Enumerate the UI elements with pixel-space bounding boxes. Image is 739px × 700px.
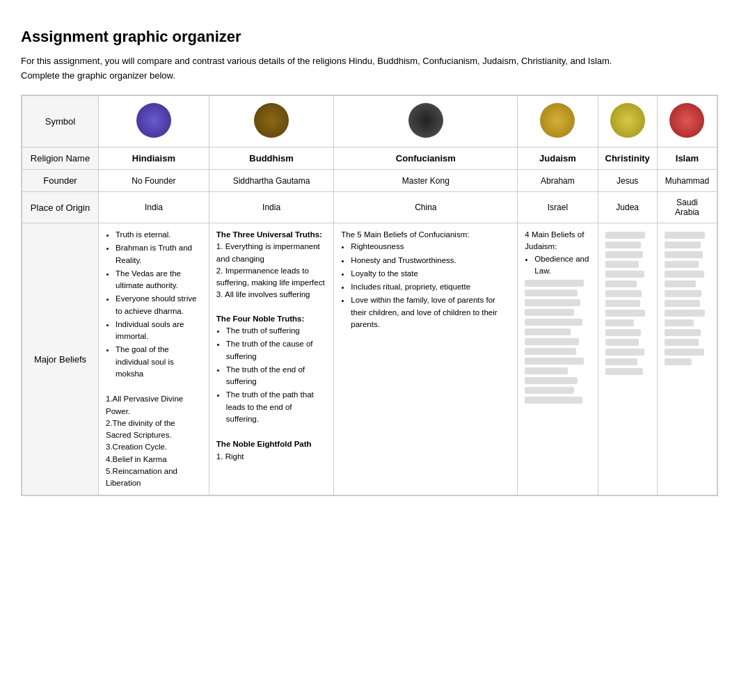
beliefs-row: Major Beliefs Truth is eternal. Brahman …: [22, 223, 717, 495]
symbol-row-header: Symbol: [22, 96, 99, 148]
origin-row-header: Place of Origin: [22, 192, 99, 223]
christianity-blurred: [605, 232, 650, 375]
islam-symbol: [669, 103, 704, 138]
judaism-name: Judaism: [518, 148, 598, 170]
christianity-name: Christinity: [598, 148, 657, 170]
christianity-founder: Jesus: [598, 170, 657, 192]
hinduism-founder: No Founder: [99, 170, 209, 192]
buddhism-four-1: The truth of suffering: [226, 325, 326, 337]
hinduism-extra-4: 4.Belief in Karma: [106, 454, 202, 466]
religion-name-row: Religion Name Hindiaism Buddhism Confuci…: [22, 148, 717, 170]
hinduism-belief-3: The Vedas are the ultimate authority.: [116, 268, 202, 292]
confucianism-name: Confucianism: [334, 148, 518, 170]
buddhism-symbol-cell: [209, 96, 333, 148]
hinduism-belief-6: The goal of the individual soul is moksh…: [116, 344, 202, 380]
buddhism-four-3: The truth of the end of suffering: [226, 364, 326, 388]
description-1: For this assignment, you will compare an…: [21, 56, 718, 66]
buddhism-three-header: The Three Universal Truths:: [216, 229, 326, 241]
islam-symbol-cell: [657, 96, 717, 148]
judaism-symbol: [540, 103, 575, 138]
buddhism-symbol: [254, 103, 289, 138]
confucianism-belief-1: Righteousness: [351, 241, 510, 253]
buddhism-four-4: The truth of the path that leads to the …: [226, 389, 326, 425]
hinduism-beliefs-extra: 1.All Pervasive Divine Power. 2.The divi…: [106, 393, 202, 489]
confucianism-header: The 5 Main Beliefs of Confucianism:: [341, 229, 510, 241]
hinduism-belief-1: Truth is eternal.: [116, 229, 202, 241]
description-2: Complete the graphic organizer below.: [21, 70, 718, 81]
beliefs-row-header: Major Beliefs: [22, 223, 99, 495]
confucianism-symbol-cell: [334, 96, 518, 148]
hinduism-belief-5: Individual souls are immortal.: [116, 319, 202, 343]
judaism-origin: Israel: [518, 192, 598, 223]
buddhism-three-2: 2. Impermanence leads to suffering, maki…: [216, 265, 326, 289]
islam-blurred: [665, 232, 710, 365]
islam-origin: Saudi Arabia: [657, 192, 717, 223]
judaism-belief-1: Obedience and Law.: [534, 253, 590, 278]
hinduism-beliefs: Truth is eternal. Brahman is Truth and R…: [99, 223, 209, 495]
hinduism-symbol: [136, 103, 171, 138]
confucianism-origin: China: [334, 192, 518, 223]
religion-name-row-header: Religion Name: [22, 148, 99, 170]
buddhism-eightfold-header: The Noble Eightfold Path: [216, 438, 326, 450]
graphic-organizer: Symbol Religion Name Hindiaism: [21, 95, 718, 496]
hinduism-extra-5: 5.Reincarnation and Liberation: [106, 466, 202, 490]
islam-name: Islam: [657, 148, 717, 170]
buddhism-four-header: The Four Noble Truths:: [216, 313, 326, 325]
buddhism-three-3: 3. All life involves suffering: [216, 289, 326, 301]
islam-founder: Muhammad: [657, 170, 717, 192]
judaism-blurred: [525, 280, 590, 404]
christianity-beliefs: [598, 223, 657, 495]
confucianism-belief-4: Includes ritual, propriety, etiquette: [351, 281, 510, 293]
confucianism-symbol: [408, 103, 443, 138]
hinduism-extra-3: 3.Creation Cycle.: [106, 441, 202, 453]
judaism-symbol-cell: [518, 96, 598, 148]
judaism-header: 4 Main Beliefs of Judaism:: [525, 229, 590, 253]
buddhism-origin: India: [209, 192, 333, 223]
christianity-symbol: [610, 103, 645, 138]
hinduism-extra-1: 1.All Pervasive Divine Power.: [106, 393, 202, 417]
christianity-symbol-cell: [598, 96, 657, 148]
buddhism-three-1: 1. Everything is impermanent and changin…: [216, 241, 326, 265]
buddhism-beliefs: The Three Universal Truths: 1. Everythin…: [209, 223, 333, 495]
hinduism-origin: India: [99, 192, 209, 223]
symbol-row: Symbol: [22, 96, 717, 148]
founder-row: Founder No Founder Siddhartha Gautama Ma…: [22, 170, 717, 192]
islam-beliefs: [657, 223, 717, 495]
confucianism-beliefs: The 5 Main Beliefs of Confucianism: Righ…: [334, 223, 518, 495]
confucianism-belief-2: Honesty and Trustworthiness.: [351, 255, 510, 267]
buddhism-four-2: The truth of the cause of suffering: [226, 338, 326, 363]
founder-row-header: Founder: [22, 170, 99, 192]
hinduism-name: Hindiaism: [99, 148, 209, 170]
confucianism-belief-3: Loyalty to the state: [351, 268, 510, 280]
buddhism-eightfold-1: 1. Right: [216, 451, 326, 463]
origin-row: Place of Origin India India China Israel…: [22, 192, 717, 223]
confucianism-belief-5: Love within the family, love of parents …: [351, 294, 510, 331]
page-title: Assignment graphic organizer: [21, 28, 718, 46]
confucianism-founder: Master Kong: [334, 170, 518, 192]
hinduism-extra-2: 2.The divinity of the Sacred Scriptures.: [106, 417, 202, 442]
judaism-beliefs: 4 Main Beliefs of Judaism: Obedience and…: [518, 223, 598, 495]
buddhism-name: Buddhism: [209, 148, 333, 170]
hinduism-symbol-cell: [99, 96, 209, 148]
judaism-founder: Abraham: [518, 170, 598, 192]
christianity-origin: Judea: [598, 192, 657, 223]
hinduism-belief-2: Brahman is Truth and Reality.: [116, 242, 202, 267]
buddhism-founder: Siddhartha Gautama: [209, 170, 333, 192]
hinduism-belief-4: Everyone should strive to achieve dharma…: [116, 293, 202, 317]
